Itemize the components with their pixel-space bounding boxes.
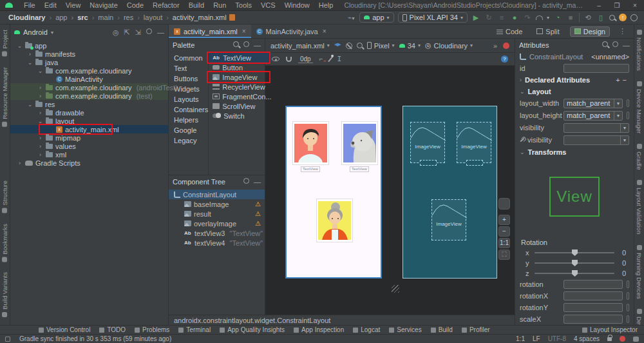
slider-track[interactable] [535, 252, 614, 253]
apply-code-changes-button[interactable]: ↷ [523, 14, 532, 22]
night-mode-icon[interactable] [346, 43, 352, 49]
palette-category[interactable]: Google [169, 125, 208, 135]
account-icon[interactable] [630, 14, 638, 21]
help-icon[interactable]: ? [501, 55, 508, 63]
zoom-to-fit-button[interactable]: ⛶ [498, 250, 510, 260]
layout-inspector-button[interactable]: Layout Inspector [582, 326, 638, 333]
constraint-pick-button[interactable] [627, 280, 629, 288]
expand-all-icon[interactable]: ⇱ [124, 28, 130, 37]
tool-window-button[interactable]: Profiler [462, 326, 490, 333]
tool-window-button[interactable]: Gradle [636, 139, 643, 175]
collapse-all-icon[interactable]: ⇲ [135, 28, 141, 37]
view-options-icon[interactable] [272, 57, 279, 61]
remove-attribute-icon[interactable]: − [623, 76, 629, 84]
tab-mainactivity-java[interactable]: C MainActivity.java × [251, 24, 332, 38]
tool-window-button[interactable]: Structure [1, 175, 8, 219]
id-input[interactable] [564, 64, 629, 73]
menu-item[interactable]: Window [280, 1, 314, 9]
api-version-selector[interactable]: 34▾ [399, 42, 421, 50]
autoconnect-magnet-icon[interactable] [286, 57, 292, 62]
textview4-widget[interactable]: TextView [350, 166, 369, 172]
hide-panel-icon[interactable]: — [254, 178, 261, 186]
palette-item-recyclerview[interactable]: RecyclerView [209, 82, 271, 92]
default-margin-selector[interactable]: 0dp [298, 55, 313, 63]
slider-thumb[interactable] [572, 270, 578, 277]
magnify-icon[interactable] [357, 43, 363, 48]
tool-window-button[interactable]: Layout Validation [636, 175, 643, 239]
tree-item-layout[interactable]: ⌄layout [10, 117, 168, 125]
visibility-select[interactable]: ▼ [564, 123, 629, 133]
zoom-in-button[interactable]: + [498, 215, 510, 225]
blueprint-baseimage[interactable]: ImageView [410, 122, 445, 163]
tree-item-test-package[interactable]: ›com.example.cloudinary(test) [10, 92, 168, 100]
search-icon[interactable] [602, 41, 608, 47]
indent-setting[interactable]: 4 spaces [574, 335, 600, 342]
tree-item-mainactivity[interactable]: CMainActivity [10, 75, 168, 83]
build-menu-icon[interactable]: ⌁▾ [346, 14, 355, 22]
palette-item-textview[interactable]: AbTextView [209, 53, 271, 63]
tool-window-button[interactable]: Notifications [636, 24, 643, 76]
palette-category[interactable]: Containers [169, 104, 208, 115]
constraint-pick-button[interactable] [627, 315, 629, 323]
lock-icon[interactable] [607, 337, 612, 341]
overlay-image[interactable] [316, 199, 353, 242]
transform-field-input[interactable] [564, 280, 623, 289]
tree-item-package[interactable]: ⌄com.example.cloudinary [10, 66, 168, 75]
slider-track[interactable] [535, 262, 614, 264]
menu-item[interactable]: Tools [231, 1, 256, 9]
breadcrumb-item[interactable]: app [47, 14, 69, 21]
minimize-button[interactable]: – [590, 2, 608, 9]
menu-item[interactable]: Help [314, 1, 338, 9]
transform-field-input[interactable] [564, 291, 623, 300]
base-image[interactable] [292, 121, 329, 165]
palette-category[interactable]: Layouts [169, 94, 208, 104]
issue-panel-icon[interactable] [503, 43, 509, 49]
hide-panel-icon[interactable]: — [254, 41, 261, 49]
breadcrumb-item[interactable]: res [115, 14, 135, 21]
encoding[interactable]: UTF-8 [548, 335, 566, 342]
search-icon[interactable] [609, 15, 615, 21]
blueprint-textview[interactable] [466, 160, 483, 166]
breadcrumb-item[interactable]: activity_main.xml [164, 14, 236, 21]
tool-window-button[interactable]: Version Control [39, 326, 90, 333]
palette-category[interactable]: Text [169, 63, 208, 74]
component-breadcrumb[interactable]: androidx.constraintlayout.widget.Constra… [174, 317, 330, 324]
tool-window-button[interactable]: App Inspection [294, 326, 344, 333]
error-indicator-icon[interactable] [620, 336, 625, 342]
close-tab-icon[interactable]: × [242, 28, 246, 35]
restart-activity-button[interactable]: ↻ [484, 14, 493, 22]
stop-button[interactable]: ■ [566, 14, 575, 21]
locate-file-icon[interactable]: ◎ [113, 28, 119, 37]
tree-item-androidtest-package[interactable]: ›com.example.cloudinary(androidTest) [10, 83, 168, 92]
blueprint-result[interactable]: ImageView [457, 122, 491, 163]
gear-icon[interactable] [243, 178, 249, 184]
more-options-icon[interactable]: ⋮ [616, 27, 629, 35]
profile-app-button[interactable]: ◔ [553, 14, 562, 21]
tree-item-res[interactable]: ⌄res [10, 100, 168, 108]
tool-window-button[interactable]: TODO [99, 326, 126, 333]
tab-activity-main-xml[interactable]: x activity_main.xml × [169, 24, 251, 38]
palette-item-imageview[interactable]: ImageView [209, 72, 271, 82]
gear-icon[interactable] [146, 28, 152, 34]
textview3-widget[interactable]: TextView [301, 166, 320, 172]
breadcrumb-item[interactable]: layout [135, 14, 164, 21]
layout-height-select[interactable]: match_parent▼ [564, 111, 623, 121]
more-actions-icon[interactable]: » [493, 42, 497, 50]
constraint-pick-button[interactable] [627, 292, 629, 300]
breadcrumb-item[interactable]: main [90, 14, 116, 21]
slider-thumb[interactable] [572, 260, 578, 266]
clear-constraints-icon[interactable]: ⌐ [319, 55, 323, 63]
tool-window-button[interactable]: Bookmarks [1, 219, 8, 268]
palette-category[interactable]: Buttons [169, 74, 208, 84]
gradle-sync-button[interactable]: ⟲ [583, 14, 592, 22]
run-config-selector[interactable]: app ▾ [359, 12, 393, 23]
tool-window-button[interactable]: Terminal [178, 326, 211, 333]
warning-icon[interactable]: ⚠ [255, 220, 261, 227]
layers-icon[interactable] [334, 43, 341, 48]
menu-item[interactable]: Edit [40, 1, 61, 9]
theme-selector[interactable]: ◎Cloudinary▾ [425, 41, 473, 50]
tool-window-button[interactable]: App Quality Insights [220, 326, 285, 333]
design-view-screen[interactable]: TextView [285, 106, 382, 279]
palette-item-switch[interactable]: Switch [209, 111, 271, 121]
menu-item[interactable]: Build [184, 1, 209, 9]
